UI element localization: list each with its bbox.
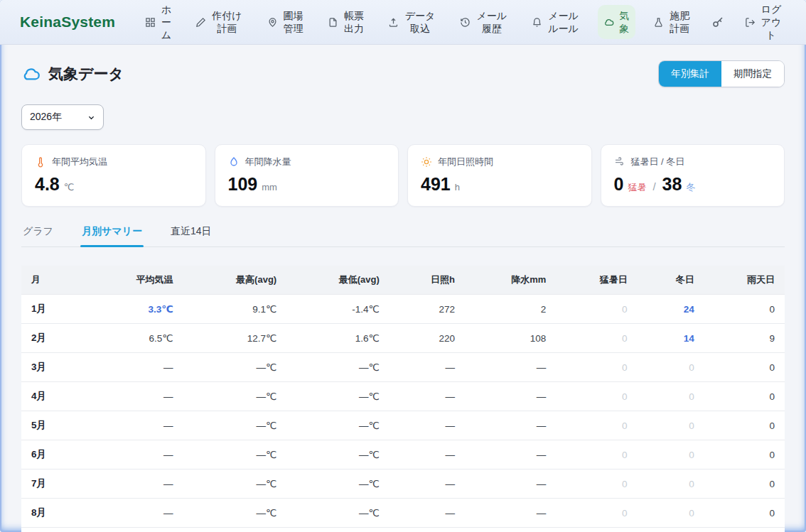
stat-cards: 年間平均気温 4.8 ℃ 年間降水量 109 mm	[21, 144, 785, 207]
cell-precip_mm: —	[465, 382, 556, 411]
cell-rainy_days: 0	[704, 295, 785, 324]
nav-item-home[interactable]: ホーム	[139, 0, 177, 45]
winter-days-label: 冬	[686, 181, 695, 194]
title-row: 気象データ 年別集計 期間指定	[21, 60, 785, 87]
cell-avg_temp: 3.3℃	[109, 295, 183, 324]
cell-month: 5月	[21, 411, 109, 440]
cell-month: 3月	[21, 353, 109, 382]
nav-item-planting-plan[interactable]: 作付け計画	[190, 5, 249, 39]
cell-precip_mm: —	[465, 499, 556, 528]
year-select-value: 2026年	[30, 111, 62, 124]
card-value-row: 109 mm	[228, 174, 386, 195]
tabs: グラフ 月別サマリー 直近14日	[21, 225, 785, 247]
cell-hot_days: 0	[556, 440, 637, 469]
tab-graph[interactable]: グラフ	[21, 225, 55, 246]
cell-precip_mm: —	[465, 353, 556, 382]
cell-max_avg: 12.7℃	[183, 324, 287, 353]
title-left: 気象データ	[21, 64, 124, 84]
cell-hot_days: 0	[556, 469, 637, 499]
table-row: 8月——℃—℃——000	[21, 499, 785, 528]
nav-items: ホーム 作付け計画 圃場管理 帳票出力 データ取込 メール履歴	[139, 0, 788, 45]
nav-label: 気象	[619, 9, 630, 35]
cell-hot_days: 0	[556, 295, 637, 324]
nav-item-mail-history[interactable]: メール履歴	[454, 5, 514, 39]
cell-sunshine_h: 220	[389, 324, 465, 353]
cell-winter_days: 0	[638, 440, 704, 469]
cell-precip_mm: —	[465, 411, 556, 440]
cell-precip_mm: —	[465, 440, 556, 469]
year-select[interactable]: 2026年	[21, 104, 104, 130]
nav-item-mail-rules[interactable]: メールルール	[526, 5, 586, 39]
chevron-down-icon	[87, 114, 95, 121]
map-pin-icon	[267, 17, 278, 28]
table-row: 4月——℃—℃——000	[21, 382, 785, 411]
tab-recent-14-days[interactable]: 直近14日	[169, 225, 213, 246]
nav-label: ホーム	[161, 3, 171, 42]
cell-hot_days: 0	[556, 382, 637, 411]
hot-days-value: 0	[614, 174, 624, 195]
table-row: 6月——℃—℃——000	[21, 440, 785, 469]
card-value-row: 0 猛暑 / 38 冬	[614, 174, 772, 195]
card-label: 年間降水量	[245, 156, 291, 168]
col-header-month: 月	[21, 266, 109, 295]
monthly-summary-table-wrap: 月 平均気温 最高(avg) 最低(avg) 日照h 降水mm 猛暑日 冬日 雨…	[21, 266, 785, 532]
table-header-row: 月 平均気温 最高(avg) 最低(avg) 日照h 降水mm 猛暑日 冬日 雨…	[21, 266, 785, 295]
yearly-summary-button[interactable]: 年別集計	[659, 61, 721, 87]
nav-label: 施肥計画	[669, 9, 690, 35]
key-button[interactable]	[709, 11, 727, 33]
card-label: 猛暑日 / 冬日	[631, 156, 685, 168]
table-row: 7月——℃—℃——000	[21, 469, 785, 499]
key-icon	[711, 16, 724, 28]
cell-max_avg: —℃	[183, 469, 287, 499]
cell-hot_days: 0	[556, 324, 637, 353]
period-specify-button[interactable]: 期間指定	[721, 61, 784, 87]
cell-rainy_days: 0	[704, 440, 785, 469]
col-header-avg-temp: 平均気温	[109, 266, 183, 295]
brand-logo[interactable]: KeinaSystem	[20, 13, 115, 31]
app-window: KeinaSystem ホーム 作付け計画 圃場管理 帳票出力 データ取込	[0, 0, 806, 532]
col-header-hot-days: 猛暑日	[556, 266, 637, 295]
col-header-precip: 降水mm	[465, 266, 556, 295]
cell-avg_temp: —	[109, 528, 183, 532]
cell-rainy_days: 0	[704, 499, 785, 528]
nav-item-logout[interactable]: ログアウト	[739, 0, 788, 45]
cell-winter_days: 0	[638, 411, 704, 440]
card-label: 年間平均気温	[52, 156, 107, 168]
nav-label: データ取込	[404, 9, 436, 35]
card-hot-winter-days: 猛暑日 / 冬日 0 猛暑 / 38 冬	[601, 144, 785, 207]
cell-month: 9月	[21, 528, 109, 532]
cell-max_avg: —℃	[183, 499, 287, 528]
pencil-icon	[195, 17, 206, 28]
page-title: 気象データ	[48, 64, 124, 84]
card-value: 109	[228, 174, 258, 195]
cell-avg_temp: —	[109, 411, 183, 440]
thermometer-icon	[35, 156, 46, 168]
nav-label: 圃場管理	[283, 9, 304, 35]
view-toggle: 年別集計 期間指定	[658, 60, 785, 87]
nav-label: メール履歴	[475, 9, 508, 35]
tab-monthly-summary[interactable]: 月別サマリー	[80, 225, 144, 246]
cell-max_avg: 9.1℃	[183, 295, 287, 324]
navbar: KeinaSystem ホーム 作付け計画 圃場管理 帳票出力 データ取込	[0, 0, 806, 45]
col-header-rainy-days: 雨天日	[704, 266, 785, 295]
cell-month: 2月	[21, 324, 109, 353]
separator: /	[652, 180, 655, 192]
card-precipitation: 年間降水量 109 mm	[215, 144, 399, 207]
cell-precip_mm: —	[465, 528, 556, 532]
cloud-icon	[21, 65, 41, 84]
cell-avg_temp: —	[109, 353, 183, 382]
nav-label: 作付け計画	[211, 9, 244, 35]
nav-item-weather[interactable]: 気象	[598, 5, 635, 39]
nav-item-report-output[interactable]: 帳票出力	[322, 5, 370, 39]
cell-winter_days: 0	[638, 528, 704, 532]
weather-table-body: 1月3.3℃9.1℃-1.4℃272202402月6.5℃12.7℃1.6℃22…	[21, 295, 785, 532]
nav-item-field-management[interactable]: 圃場管理	[262, 5, 310, 39]
nav-item-data-import[interactable]: データ取込	[382, 5, 442, 39]
cell-month: 6月	[21, 440, 109, 469]
card-avg-temp: 年間平均気温 4.8 ℃	[21, 144, 206, 207]
cell-max_avg: —℃	[183, 528, 287, 532]
cell-hot_days: 0	[556, 528, 637, 532]
nav-item-fertilizer-plan[interactable]: 施肥計画	[648, 5, 696, 39]
cell-precip_mm: —	[465, 469, 556, 499]
history-icon	[460, 17, 471, 28]
